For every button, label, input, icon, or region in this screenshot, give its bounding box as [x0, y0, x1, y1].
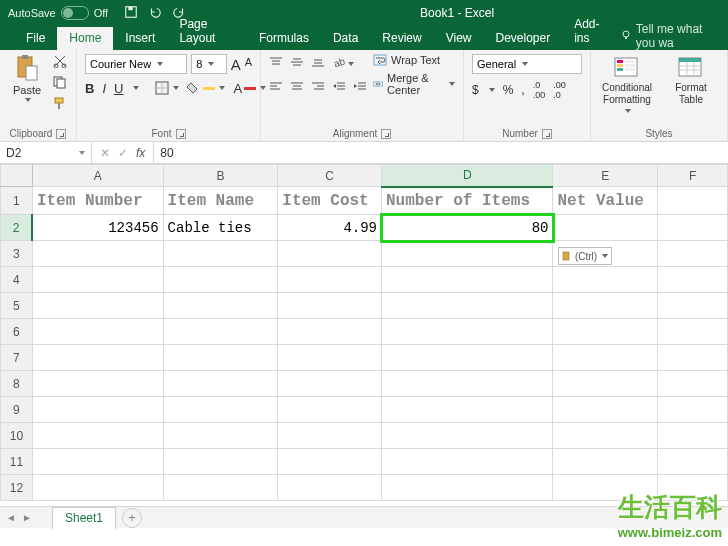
tab-developer[interactable]: Developer [483, 27, 562, 50]
cell[interactable] [658, 475, 728, 501]
bold-button[interactable]: B [85, 81, 94, 96]
cell[interactable] [278, 449, 382, 475]
tab-formulas[interactable]: Formulas [247, 27, 321, 50]
save-icon[interactable] [124, 5, 138, 21]
cell-c2[interactable]: 4.99 [278, 215, 382, 241]
row-header-5[interactable]: 5 [1, 293, 33, 319]
cell-c1[interactable]: Item Cost [278, 187, 382, 215]
cell[interactable] [658, 319, 728, 345]
cell-e2[interactable] [553, 215, 658, 241]
cell[interactable] [163, 241, 278, 267]
cell[interactable] [382, 423, 553, 449]
copy-icon[interactable] [52, 75, 68, 93]
conditional-formatting-button[interactable]: ConditionalFormatting [599, 54, 655, 117]
align-right-icon[interactable] [311, 78, 325, 96]
sheet-nav-next-icon[interactable]: ► [22, 512, 32, 523]
tab-review[interactable]: Review [370, 27, 433, 50]
format-painter-icon[interactable] [52, 96, 68, 114]
cell[interactable] [32, 293, 163, 319]
cell-b2[interactable]: Cable ties [163, 215, 278, 241]
align-middle-icon[interactable] [290, 54, 304, 72]
orientation-icon[interactable]: ab [332, 54, 354, 72]
align-left-icon[interactable] [269, 78, 283, 96]
paste-button[interactable]: Paste [8, 54, 46, 116]
row-header-7[interactable]: 7 [1, 345, 33, 371]
col-header-b[interactable]: B [163, 165, 278, 187]
cell[interactable] [382, 475, 553, 501]
cell[interactable] [278, 319, 382, 345]
row-header-11[interactable]: 11 [1, 449, 33, 475]
tab-addins[interactable]: Add-ins [562, 13, 620, 50]
row-header-10[interactable]: 10 [1, 423, 33, 449]
cell[interactable] [382, 319, 553, 345]
dialog-launcher-icon[interactable] [381, 129, 391, 139]
cell[interactable] [163, 397, 278, 423]
col-header-c[interactable]: C [278, 165, 382, 187]
cell[interactable] [32, 423, 163, 449]
autosave-toggle[interactable] [61, 6, 89, 20]
decrease-indent-icon[interactable] [332, 78, 346, 96]
cell-e1[interactable]: Net Value [553, 187, 658, 215]
cell[interactable] [658, 449, 728, 475]
percent-button[interactable]: % [503, 83, 514, 97]
row-header-3[interactable]: 3 [1, 241, 33, 267]
align-center-icon[interactable] [290, 78, 304, 96]
font-name-combo[interactable]: Courier New [85, 54, 187, 74]
cell[interactable] [658, 371, 728, 397]
cell[interactable] [658, 293, 728, 319]
cell[interactable] [278, 345, 382, 371]
new-sheet-button[interactable]: + [122, 508, 142, 528]
font-size-combo[interactable]: 8 [191, 54, 226, 74]
fill-color-button[interactable] [187, 82, 225, 94]
cell[interactable] [553, 449, 658, 475]
col-header-f[interactable]: F [658, 165, 728, 187]
cell-a1[interactable]: Item Number [32, 187, 163, 215]
cell[interactable] [163, 449, 278, 475]
tab-view[interactable]: View [434, 27, 484, 50]
cell[interactable] [32, 449, 163, 475]
tab-data[interactable]: Data [321, 27, 370, 50]
cell[interactable] [278, 371, 382, 397]
cancel-icon[interactable]: ✕ [100, 146, 110, 160]
cell[interactable] [382, 267, 553, 293]
cell[interactable] [32, 319, 163, 345]
cell-d1[interactable]: Number of Items [382, 187, 553, 215]
merge-center-button[interactable]: Merge & Center [373, 72, 455, 96]
cell[interactable] [32, 371, 163, 397]
col-header-d[interactable]: D [382, 165, 553, 187]
cell[interactable] [658, 423, 728, 449]
cell[interactable] [163, 267, 278, 293]
cell[interactable] [163, 371, 278, 397]
tab-home[interactable]: Home [57, 27, 113, 50]
cell[interactable] [32, 345, 163, 371]
cell[interactable] [278, 423, 382, 449]
cell[interactable] [553, 293, 658, 319]
cell-f1[interactable] [658, 187, 728, 215]
increase-decimal-icon[interactable]: .0.00 [533, 80, 546, 100]
wrap-text-button[interactable]: Wrap Text [373, 54, 455, 66]
col-header-e[interactable]: E [553, 165, 658, 187]
cell[interactable] [278, 241, 382, 267]
cell[interactable] [658, 241, 728, 267]
cell-b1[interactable]: Item Name [163, 187, 278, 215]
row-header-8[interactable]: 8 [1, 371, 33, 397]
cell[interactable] [163, 423, 278, 449]
fx-icon[interactable]: fx [136, 146, 145, 160]
cell[interactable] [553, 267, 658, 293]
tell-me-search[interactable]: Tell me what you wa [620, 22, 728, 50]
row-header-2[interactable]: 2 [1, 215, 33, 241]
row-header-1[interactable]: 1 [1, 187, 33, 215]
tab-file[interactable]: File [14, 27, 57, 50]
cell-d2-selected[interactable]: 80 [382, 215, 553, 241]
cell[interactable] [163, 475, 278, 501]
cell[interactable] [382, 397, 553, 423]
cell[interactable] [278, 293, 382, 319]
cell[interactable] [658, 397, 728, 423]
dialog-launcher-icon[interactable] [542, 129, 552, 139]
currency-button[interactable]: $ [472, 83, 479, 97]
cell[interactable] [553, 423, 658, 449]
sheet-nav-prev-icon[interactable]: ◄ [6, 512, 16, 523]
select-all-corner[interactable] [1, 165, 33, 187]
row-header-12[interactable]: 12 [1, 475, 33, 501]
align-bottom-icon[interactable] [311, 54, 325, 72]
